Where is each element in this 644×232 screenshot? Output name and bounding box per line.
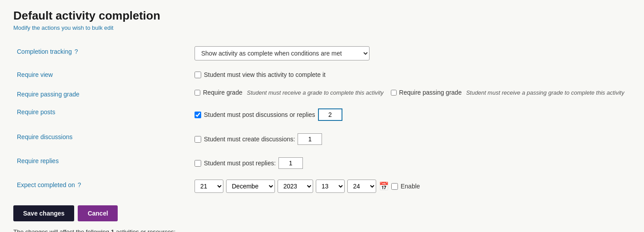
require-passing-checkbox-label: Require passing grade <box>399 89 462 96</box>
require-discussions-label: Require discussions <box>17 133 72 140</box>
require-posts-label: Require posts <box>17 108 55 116</box>
enable-date-label: Enable <box>401 183 420 190</box>
require-replies-checkbox-label: Student must post replies: <box>204 160 276 167</box>
cancel-button[interactable]: Cancel <box>78 205 118 221</box>
minute-select[interactable]: 24 <box>347 180 376 193</box>
month-select[interactable]: December <box>226 180 275 193</box>
require-passing-hint: Student must receive a passing grade to … <box>466 89 624 96</box>
require-posts-checkbox[interactable] <box>195 112 201 118</box>
expect-completed-on-help-icon[interactable]: ? <box>78 181 81 188</box>
save-button[interactable]: Save changes <box>13 205 74 221</box>
affected-notice-start: The changes will affect the following <box>13 228 111 232</box>
require-passing-grade-label: Require passing grade <box>17 91 80 98</box>
require-discussions-checkbox-label: Student must create discussions: <box>204 136 295 143</box>
require-replies-label: Require replies <box>17 157 59 164</box>
year-select[interactable]: 2023 <box>278 180 313 193</box>
expect-completed-on-label: Expect completed on <box>17 181 75 188</box>
require-view-checkbox[interactable] <box>195 72 201 78</box>
affected-notice-end: activities or resources: <box>114 228 175 232</box>
require-discussions-checkbox[interactable] <box>195 136 201 143</box>
require-view-label: Require view <box>17 71 53 78</box>
enable-date-checkbox[interactable] <box>391 183 398 190</box>
require-replies-checkbox[interactable] <box>195 160 201 167</box>
require-grade-checkbox[interactable] <box>195 90 200 96</box>
hour-select[interactable]: 13 <box>316 180 345 193</box>
affected-notice: The changes will affect the following 1 … <box>13 228 631 232</box>
require-posts-input[interactable] <box>318 108 342 121</box>
completion-tracking-help-icon[interactable]: ? <box>75 48 78 55</box>
require-discussions-input[interactable] <box>298 133 322 145</box>
require-grade-checkbox-label: Require grade <box>203 89 242 96</box>
require-grade-hint: Student must receive a grade to complete… <box>247 89 384 96</box>
day-select[interactable]: 21 <box>195 180 223 193</box>
calendar-icon[interactable]: 📅 <box>379 181 389 191</box>
require-replies-input[interactable] <box>278 157 303 169</box>
page-title: Default activity completion <box>13 9 631 23</box>
require-passing-checkbox[interactable] <box>391 90 397 96</box>
require-view-checkbox-label: Student must view this activity to compl… <box>204 71 326 78</box>
page-subtitle: Modify the actions you wish to bulk edit <box>13 24 631 31</box>
completion-tracking-select[interactable]: Do not indicate activity completion Stud… <box>195 46 370 60</box>
require-posts-checkbox-label: Student must post discussions or replies <box>204 111 315 118</box>
completion-tracking-label: Completion tracking <box>17 48 72 55</box>
